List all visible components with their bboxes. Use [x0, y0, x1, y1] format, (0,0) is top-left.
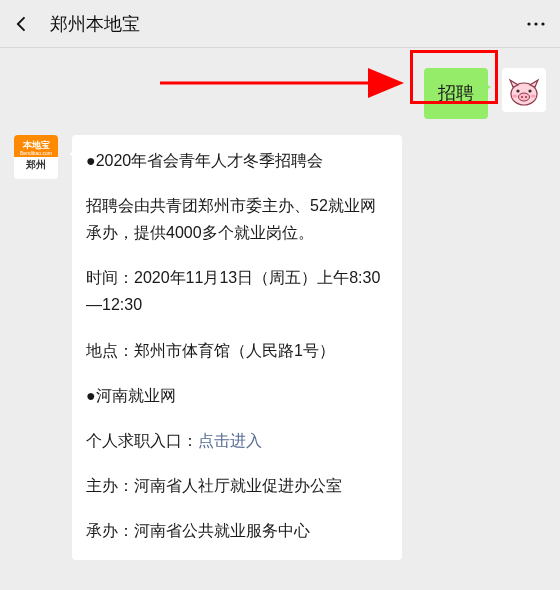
outgoing-message-row: 招聘	[0, 60, 560, 127]
article-line: 时间：2020年11月13日（周五）上午8:30—12:30	[86, 264, 388, 318]
svg-point-4	[519, 93, 530, 101]
svg-point-9	[513, 94, 518, 97]
chat-header: 郑州本地宝	[0, 0, 560, 48]
link-enter[interactable]: 点击进入	[198, 432, 262, 449]
svg-point-7	[516, 89, 519, 92]
svg-point-6	[525, 96, 527, 98]
article-line: 承办：河南省公共就业服务中心	[86, 517, 388, 544]
svg-point-1	[534, 22, 537, 25]
article-line: 招聘会由共青团郑州市委主办、52就业网承办，提供4000多个就业岗位。	[86, 192, 388, 246]
avatar-bottom: 郑州	[14, 157, 58, 172]
incoming-bubble[interactable]: ●2020年省会青年人才冬季招聘会 招聘会由共青团郑州市委主办、52就业网承办，…	[72, 135, 402, 561]
chat-title: 郑州本地宝	[50, 12, 524, 36]
svg-point-0	[527, 22, 530, 25]
chat-area: 招聘 本地宝 Bendibao.com 郑州 ●2020年省会青年人才冬季招聘会…	[0, 48, 560, 580]
svg-point-8	[528, 89, 531, 92]
outgoing-bubble[interactable]: 招聘	[424, 68, 488, 119]
article-line: 地点：郑州市体育馆（人民路1号）	[86, 337, 388, 364]
back-icon[interactable]	[12, 14, 32, 34]
article-line: ●2020年省会青年人才冬季招聘会	[86, 147, 388, 174]
more-icon[interactable]	[524, 12, 548, 36]
article-line: 个人求职入口：点击进入	[86, 427, 388, 454]
article-line: ●河南就业网	[86, 382, 388, 409]
svg-point-5	[521, 96, 523, 98]
account-avatar[interactable]: 本地宝 Bendibao.com 郑州	[14, 135, 58, 179]
svg-point-10	[531, 94, 536, 97]
outgoing-text: 招聘	[438, 83, 474, 103]
svg-point-2	[541, 22, 544, 25]
incoming-message-row: 本地宝 Bendibao.com 郑州 ●2020年省会青年人才冬季招聘会 招聘…	[0, 127, 560, 569]
article-line: 主办：河南省人社厅就业促进办公室	[86, 472, 388, 499]
user-avatar[interactable]	[502, 68, 546, 112]
label: 个人求职入口：	[86, 432, 198, 449]
